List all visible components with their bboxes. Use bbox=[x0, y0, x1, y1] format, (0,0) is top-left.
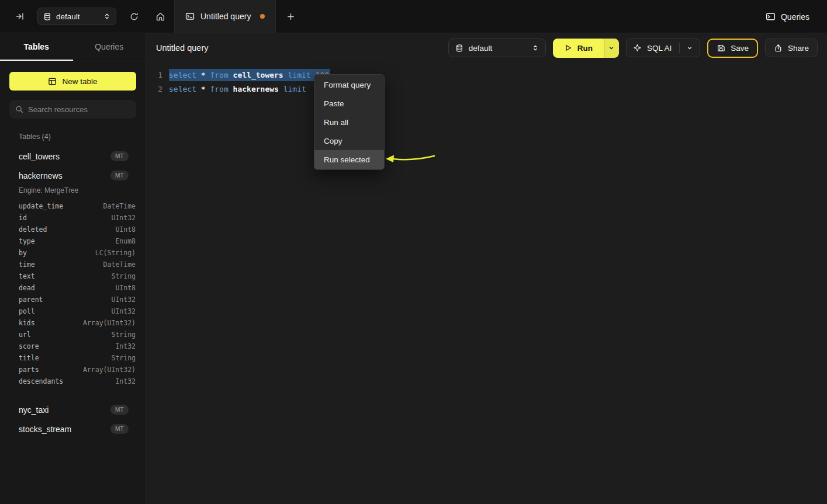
topbar: default Untitled query bbox=[0, 0, 827, 33]
engine-badge: MT bbox=[110, 405, 129, 415]
table-name: hackernews bbox=[19, 171, 63, 180]
column-type: UInt32 bbox=[111, 307, 136, 315]
column-name: deleted bbox=[19, 225, 47, 234]
sidebar-collapse-button[interactable] bbox=[12, 8, 28, 25]
context-menu-item[interactable]: Format query bbox=[314, 75, 384, 94]
search-icon bbox=[15, 105, 23, 113]
sidebar: Tables Queries New table Tables (4) cell… bbox=[0, 33, 146, 504]
column-row: type Enum8 bbox=[0, 235, 146, 247]
column-name: by bbox=[19, 249, 27, 257]
topbar-left: default bbox=[0, 8, 146, 25]
line-number: 1 bbox=[146, 71, 162, 79]
updown-chevron-icon bbox=[103, 12, 110, 20]
query-header: Untitled query default Run bbox=[146, 33, 827, 62]
table-row-stocks-stream[interactable]: stocks_stream MT bbox=[0, 419, 146, 439]
new-table-button[interactable]: New table bbox=[9, 72, 136, 91]
column-name: parts bbox=[19, 366, 39, 374]
run-options-button[interactable] bbox=[604, 39, 619, 58]
code-line-1[interactable]: 1 select * from cell_towers limit 100 bbox=[146, 68, 827, 82]
unsaved-indicator-dot bbox=[260, 14, 265, 19]
topbar-database-value: default bbox=[56, 12, 99, 21]
context-menu-item[interactable]: Copy bbox=[314, 131, 384, 150]
sidebar-tabs: Tables Queries bbox=[0, 33, 146, 61]
table-name: nyc_taxi bbox=[19, 405, 49, 415]
column-row: text String bbox=[0, 270, 146, 282]
query-title: Untitled query bbox=[156, 43, 208, 53]
column-row: time DateTime bbox=[0, 259, 146, 270]
run-button[interactable]: Run bbox=[553, 39, 604, 58]
code-line-2[interactable]: 2 select * from hackernews limit bbox=[146, 82, 827, 96]
engine-badge: MT bbox=[110, 151, 129, 161]
sql-ai-button[interactable]: SQL AI bbox=[626, 39, 700, 57]
engine-label: Engine: MergeTree bbox=[0, 185, 146, 198]
column-row: deleted UInt8 bbox=[0, 224, 146, 235]
database-icon bbox=[43, 12, 51, 21]
refresh-button[interactable] bbox=[126, 8, 142, 25]
tab-untitled-query[interactable]: Untitled query bbox=[174, 0, 276, 33]
sidebar-tab-queries[interactable]: Queries bbox=[73, 33, 146, 61]
database-selector[interactable]: default bbox=[448, 39, 546, 57]
save-button-label: Save bbox=[731, 44, 749, 53]
column-type: String bbox=[111, 354, 136, 362]
column-name: type bbox=[19, 237, 35, 245]
code-text: select * from cell_towers limit 100 bbox=[169, 71, 330, 79]
column-row: kids Array(UInt32) bbox=[0, 317, 146, 329]
updown-chevron-icon bbox=[532, 44, 539, 52]
chevron-down-icon bbox=[608, 44, 615, 51]
column-name: text bbox=[19, 272, 35, 280]
save-icon bbox=[717, 44, 725, 53]
run-button-label: Run bbox=[577, 44, 593, 53]
column-name: time bbox=[19, 260, 35, 269]
engine-badge: MT bbox=[110, 171, 129, 180]
context-menu-item[interactable]: Run selected bbox=[314, 150, 384, 169]
database-selector-value: default bbox=[469, 44, 527, 53]
selection-highlight: select * from cell_towers limit 100 bbox=[169, 69, 330, 81]
tables-section-label: Tables (4) bbox=[19, 133, 146, 141]
column-name: title bbox=[19, 354, 39, 362]
column-row: title String bbox=[0, 352, 146, 364]
engine-badge: MT bbox=[110, 424, 129, 434]
sql-keyword: from bbox=[210, 85, 233, 93]
column-name: id bbox=[19, 214, 27, 222]
plus-icon bbox=[286, 12, 295, 21]
query-tab-icon bbox=[185, 12, 195, 21]
column-type: UInt8 bbox=[115, 225, 136, 234]
sidebar-tab-tables[interactable]: Tables bbox=[0, 33, 73, 61]
context-menu-item[interactable]: Run all bbox=[314, 113, 384, 131]
column-type: LC(String) bbox=[95, 249, 136, 257]
home-tab[interactable] bbox=[146, 0, 174, 33]
column-type: DateTime bbox=[103, 260, 136, 269]
new-tab-button[interactable] bbox=[276, 0, 305, 33]
share-button[interactable]: Share bbox=[765, 39, 818, 57]
column-name: update_time bbox=[19, 202, 63, 210]
queries-button[interactable]: Queries bbox=[766, 0, 809, 33]
line-number: 2 bbox=[146, 85, 162, 93]
sql-keyword: from bbox=[210, 71, 233, 79]
save-button[interactable]: Save bbox=[707, 39, 758, 58]
sql-star: * bbox=[201, 71, 210, 79]
column-type: UInt32 bbox=[111, 214, 136, 222]
queries-icon bbox=[766, 12, 776, 22]
sql-editor[interactable]: 1 select * from cell_towers limit 100 2 … bbox=[146, 62, 827, 504]
ai-sparkle-icon bbox=[633, 44, 642, 53]
queries-button-label: Queries bbox=[781, 12, 809, 22]
column-name: kids bbox=[19, 319, 35, 327]
column-row: update_time DateTime bbox=[0, 200, 146, 212]
search-box bbox=[9, 100, 136, 119]
tabstrip: Untitled query bbox=[146, 0, 305, 33]
column-name: url bbox=[19, 331, 31, 339]
column-row: id UInt32 bbox=[0, 212, 146, 224]
table-name: cell_towers bbox=[19, 152, 60, 161]
table-row-hackernews[interactable]: hackernews MT bbox=[0, 166, 146, 185]
search-input[interactable] bbox=[28, 105, 130, 114]
topbar-database-selector[interactable]: default bbox=[37, 8, 116, 25]
table-row-cell-towers[interactable]: cell_towers MT bbox=[0, 147, 146, 166]
context-menu-item[interactable]: Paste bbox=[314, 94, 384, 113]
context-menu: Format query Paste Run all Copy Run sele… bbox=[314, 74, 385, 170]
column-name: dead bbox=[19, 284, 35, 292]
column-row: poll UInt32 bbox=[0, 305, 146, 317]
share-button-label: Share bbox=[788, 44, 809, 53]
table-row-nyc-taxi[interactable]: nyc_taxi MT bbox=[0, 400, 146, 419]
sql-keyword: select bbox=[169, 71, 201, 79]
sql-keyword: limit bbox=[288, 71, 316, 79]
